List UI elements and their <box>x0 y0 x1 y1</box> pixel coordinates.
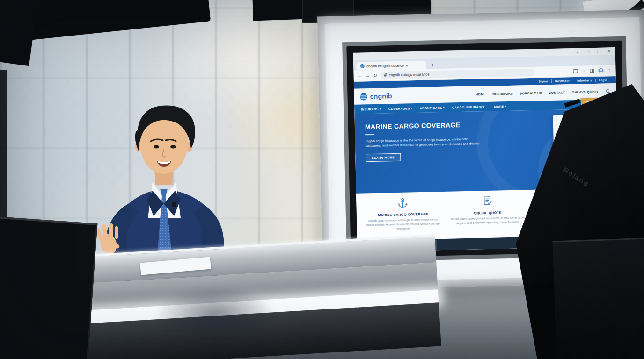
share-icon[interactable] <box>573 69 578 73</box>
prompter-brand-label: Roland <box>562 165 591 188</box>
subnav-coverages[interactable]: COVERAGES▾ <box>388 107 412 110</box>
browser-menu-icon[interactable]: ⋮ <box>607 68 612 73</box>
subnav-cargo-insurance[interactable]: CARGO INSURANCE <box>452 105 487 109</box>
feature-title: MARINE CARGO COVERAGE <box>365 212 442 217</box>
chevron-down-icon: ▾ <box>380 108 381 110</box>
nav-item-online-quote[interactable]: ONLAVS QUOTE <box>572 90 600 93</box>
nav-item-nesibboks[interactable]: NESIBBOKS <box>492 92 513 95</box>
utility-link-signar[interactable]: Signar <box>535 79 551 83</box>
nav-item-home[interactable]: HOME <box>476 92 486 95</box>
main-nav: HOME NESIBBOKS BORCALT US CONTACT ONLAVS… <box>476 89 610 96</box>
window-close-button[interactable]: ✕ <box>607 49 611 53</box>
nav-item-contact[interactable]: CONTACT <box>549 91 565 94</box>
site-logo[interactable]: cngnib <box>359 92 392 101</box>
feature-online-quote: ONLINE QUOTE Marine quote speed convert … <box>449 194 527 237</box>
hero-title: MARINE CARGO COVERAGE <box>365 121 482 130</box>
new-tab-button[interactable]: + <box>431 62 434 68</box>
window-minimize-button[interactable]: — <box>586 50 590 54</box>
forward-button[interactable]: → <box>366 73 370 78</box>
learn-more-button[interactable]: LEARN MORE <box>366 153 401 162</box>
hero-body-text: cngnib cargo insurance is the the wrote … <box>365 136 482 149</box>
chevron-down-icon: ▾ <box>505 105 506 108</box>
toolbar-icons: ☆ ⋮ <box>573 68 612 74</box>
feature-description: Cngnib cargo coverage and freight or one… <box>365 217 442 231</box>
globe-logo-icon <box>359 93 367 101</box>
tab-badge: A <box>406 64 408 67</box>
utility-link-indoeder[interactable]: Indoeder s <box>573 79 595 82</box>
chevron-down-icon: ▾ <box>443 106 445 109</box>
search-icon[interactable] <box>606 89 610 93</box>
document-check-icon <box>481 195 494 208</box>
utility-link-login[interactable]: Legio <box>595 78 610 82</box>
tab-favicon-globe-icon <box>360 64 365 68</box>
studio-monitor-silhouette-left <box>0 216 97 359</box>
hero-divider <box>365 134 374 135</box>
studio-monitor-silhouette-bottom-right <box>553 238 644 359</box>
lock-icon <box>384 74 387 76</box>
feature-description: Marine quote speed convert and events, o… <box>449 215 527 225</box>
hero-copy: MARINE CARGO COVERAGE cngnib cargo insur… <box>365 121 483 162</box>
nav-item-about-us[interactable]: BORCALT US <box>520 91 542 95</box>
feature-marine-cargo-1: MARINE CARGO COVERAGE Cngnib cargo cover… <box>364 196 442 238</box>
subnav-about-care[interactable]: ABOUT CARE▾ <box>420 106 445 109</box>
chevron-down-icon: ▾ <box>411 107 412 109</box>
utility-link-nostrador[interactable]: Nostrador <box>551 79 573 83</box>
window-maximize-button[interactable]: ▢ <box>596 49 600 53</box>
subnav-more[interactable]: MORE▾ <box>494 105 506 108</box>
profile-avatar[interactable] <box>598 68 603 73</box>
subnav-insurance[interactable]: INSURANS▾ <box>361 107 381 111</box>
logo-text: cngnib <box>370 92 392 100</box>
tab-title: cngnib crtogo insurance <box>366 63 404 68</box>
anchor-reflection-shadow <box>154 286 276 342</box>
window-menu-button[interactable]: ⌄ <box>576 50 579 54</box>
back-button[interactable]: ← <box>358 73 362 78</box>
news-studio-scene: ⌄ — ▢ ✕ cngnib <box>0 0 644 359</box>
url-text: cngnib cutogo insurance <box>389 72 430 77</box>
anchor-icon <box>396 197 409 209</box>
bookmark-star-icon[interactable]: ☆ <box>582 69 585 73</box>
reload-button[interactable]: ↻ <box>373 73 378 78</box>
sidebar-icon[interactable] <box>590 69 594 73</box>
address-bar[interactable]: cngnib cutogo insurance <box>381 68 535 79</box>
feature-title: ONLINE QUOTE <box>449 210 526 215</box>
